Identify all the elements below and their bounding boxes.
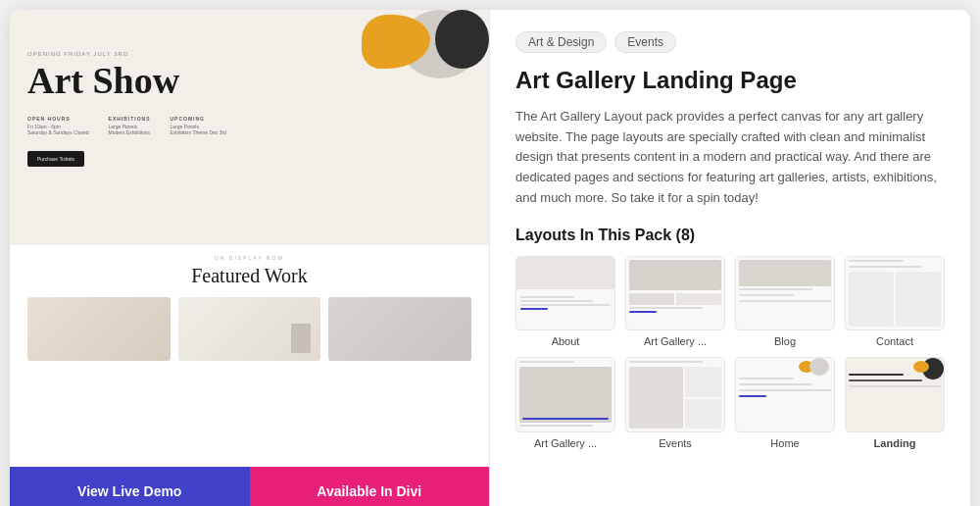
featured-images	[27, 297, 471, 361]
layout-thumb-events	[625, 357, 725, 432]
layouts-title: Layouts In This Pack (8)	[515, 227, 945, 244]
gallery-thumb	[626, 257, 724, 330]
layout-label-about: About	[552, 335, 580, 347]
layout-events[interactable]: Events	[625, 357, 725, 449]
line	[739, 389, 831, 391]
line	[849, 380, 922, 381]
art-show-preview: Opening Friday July 3rd Art Show Open Ho…	[10, 10, 489, 245]
about-thumb-img	[516, 257, 614, 290]
layout-thumb-home	[735, 357, 835, 432]
on-display-text: On Display Now	[27, 255, 471, 261]
layout-thumb-art-gallery2	[515, 357, 615, 432]
page-title: Art Gallery Landing Page	[515, 67, 945, 95]
line	[739, 395, 766, 397]
info-open-hours: Open Hours Fri 10am - 6pmSaturday & Sund…	[27, 116, 89, 135]
line	[520, 304, 611, 306]
layout-label-art-gallery2: Art Gallery ...	[534, 437, 597, 449]
featured-image-3	[328, 297, 471, 361]
main-card: Opening Friday July 3rd Art Show Open Ho…	[10, 10, 970, 506]
line	[519, 361, 574, 363]
tag-art-design[interactable]: Art & Design	[515, 31, 607, 53]
featured-image-1	[27, 297, 171, 361]
tags: Art & Design Events	[515, 31, 945, 53]
layout-thumb-landing	[845, 357, 945, 432]
layout-about[interactable]: About	[515, 256, 615, 348]
layout-label-contact: Contact	[876, 335, 913, 347]
line	[739, 383, 812, 385]
tag-events[interactable]: Events	[614, 31, 676, 53]
line	[629, 307, 703, 309]
layout-label-blog: Blog	[774, 335, 796, 347]
layout-thumb-about	[515, 256, 615, 331]
art-show-shapes	[293, 10, 489, 98]
layout-blog[interactable]: Blog	[735, 256, 835, 348]
line	[739, 288, 812, 290]
purchase-tickets-button[interactable]: Purchase Tickets	[27, 151, 84, 167]
open-hours-val: Fri 10am - 6pmSaturday & Sundays Closed	[27, 124, 89, 135]
layout-thumb-contact	[845, 256, 945, 331]
line	[629, 311, 657, 313]
left-panel: Opening Friday July 3rd Art Show Open Ho…	[10, 10, 490, 506]
line	[849, 266, 922, 268]
layout-thumb-blog	[735, 256, 835, 331]
layout-label-events: Events	[659, 437, 692, 449]
bottom-buttons: View Live Demo Available In Divi	[10, 467, 489, 506]
line	[520, 308, 548, 310]
line	[739, 300, 831, 302]
art-show-info: Open Hours Fri 10am - 6pmSaturday & Sund…	[27, 116, 471, 135]
open-hours-label: Open Hours	[27, 116, 89, 122]
layout-landing[interactable]: Landing	[845, 357, 945, 449]
line	[520, 296, 574, 298]
line	[520, 300, 593, 302]
preview-area: Opening Friday July 3rd Art Show Open Ho…	[10, 10, 489, 467]
layout-contact[interactable]: Contact	[845, 256, 945, 348]
line	[629, 361, 703, 363]
layout-thumb-art-gallery	[625, 256, 725, 331]
line	[849, 385, 941, 387]
exhibitions-val: Large PanelsModern Exhibitions	[109, 124, 151, 135]
line	[739, 294, 794, 296]
view-live-demo-button[interactable]: View Live Demo	[10, 467, 250, 506]
layouts-grid: About Art Gallery ...	[515, 256, 945, 449]
layout-label-home: Home	[770, 437, 799, 449]
line	[849, 374, 904, 376]
shape-dark	[435, 10, 489, 69]
exhibitions-label: Exhibitions	[109, 116, 151, 122]
line	[739, 378, 794, 380]
right-panel: Art & Design Events Art Gallery Landing …	[490, 10, 970, 506]
line	[849, 260, 904, 262]
upcoming-label: Upcoming	[171, 116, 226, 122]
info-exhibitions: Exhibitions Large PanelsModern Exhibitio…	[109, 116, 151, 135]
layout-label-landing: Landing	[874, 437, 916, 449]
line	[519, 425, 593, 427]
available-in-divi-button[interactable]: Available In Divi	[250, 467, 490, 506]
info-upcoming: Upcoming Large PanelsExhibition Theme De…	[171, 116, 226, 135]
description: The Art Gallery Layout pack provides a p…	[515, 107, 945, 209]
featured-work-title: Featured Work	[27, 265, 471, 287]
featured-preview: On Display Now Featured Work	[10, 245, 489, 467]
upcoming-val: Large PanelsExhibition Theme Dec 3rd	[171, 124, 226, 135]
featured-image-2	[178, 297, 321, 361]
about-thumb-lines	[516, 292, 614, 316]
layout-home[interactable]: Home	[735, 357, 835, 449]
layout-art-gallery2[interactable]: Art Gallery ...	[515, 357, 615, 449]
layout-art-gallery[interactable]: Art Gallery ...	[625, 256, 725, 348]
layout-label-art-gallery: Art Gallery ...	[644, 335, 707, 347]
